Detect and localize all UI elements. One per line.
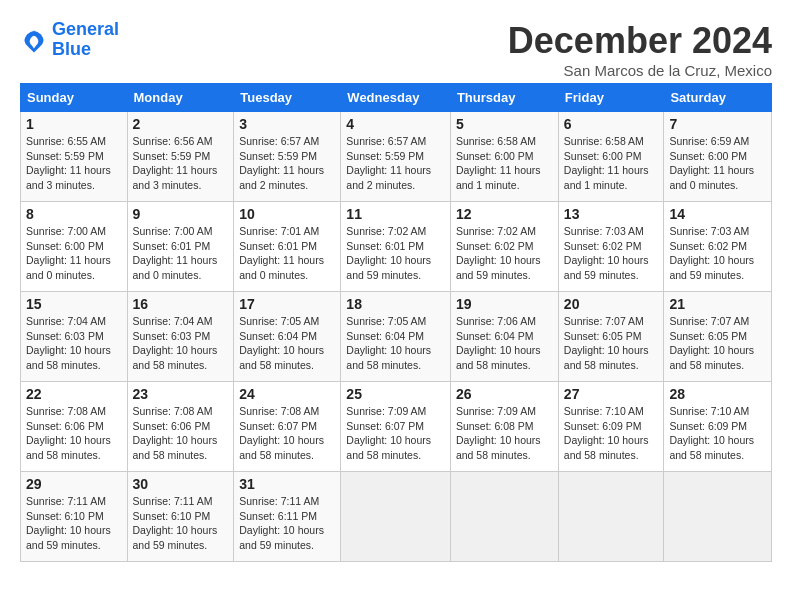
weekday-header-row: SundayMondayTuesdayWednesdayThursdayFrid… (21, 84, 772, 112)
day-number: 4 (346, 116, 445, 132)
day-number: 14 (669, 206, 766, 222)
day-number: 1 (26, 116, 122, 132)
day-number: 20 (564, 296, 659, 312)
calendar-day-28: 28Sunrise: 7:10 AM Sunset: 6:09 PM Dayli… (664, 382, 772, 472)
day-number: 17 (239, 296, 335, 312)
calendar-day-9: 9Sunrise: 7:00 AM Sunset: 6:01 PM Daylig… (127, 202, 234, 292)
calendar-day-10: 10Sunrise: 7:01 AM Sunset: 6:01 PM Dayli… (234, 202, 341, 292)
day-info: Sunrise: 7:11 AM Sunset: 6:11 PM Dayligh… (239, 494, 335, 553)
day-number: 3 (239, 116, 335, 132)
day-number: 27 (564, 386, 659, 402)
calendar-week-1: 1Sunrise: 6:55 AM Sunset: 5:59 PM Daylig… (21, 112, 772, 202)
empty-cell (450, 472, 558, 562)
calendar-day-8: 8Sunrise: 7:00 AM Sunset: 6:00 PM Daylig… (21, 202, 128, 292)
day-number: 8 (26, 206, 122, 222)
calendar-day-5: 5Sunrise: 6:58 AM Sunset: 6:00 PM Daylig… (450, 112, 558, 202)
location-subtitle: San Marcos de la Cruz, Mexico (508, 62, 772, 79)
calendar-day-25: 25Sunrise: 7:09 AM Sunset: 6:07 PM Dayli… (341, 382, 451, 472)
day-number: 22 (26, 386, 122, 402)
day-number: 2 (133, 116, 229, 132)
day-number: 28 (669, 386, 766, 402)
day-number: 25 (346, 386, 445, 402)
day-info: Sunrise: 7:02 AM Sunset: 6:02 PM Dayligh… (456, 224, 553, 283)
title-area: December 2024 San Marcos de la Cruz, Mex… (508, 20, 772, 79)
day-info: Sunrise: 6:57 AM Sunset: 5:59 PM Dayligh… (346, 134, 445, 193)
page-header: General Blue December 2024 San Marcos de… (20, 20, 772, 79)
logo-line1: General (52, 19, 119, 39)
day-info: Sunrise: 7:08 AM Sunset: 6:06 PM Dayligh… (133, 404, 229, 463)
month-title: December 2024 (508, 20, 772, 62)
calendar-day-21: 21Sunrise: 7:07 AM Sunset: 6:05 PM Dayli… (664, 292, 772, 382)
day-info: Sunrise: 7:02 AM Sunset: 6:01 PM Dayligh… (346, 224, 445, 283)
calendar-day-31: 31Sunrise: 7:11 AM Sunset: 6:11 PM Dayli… (234, 472, 341, 562)
day-number: 7 (669, 116, 766, 132)
day-info: Sunrise: 7:04 AM Sunset: 6:03 PM Dayligh… (133, 314, 229, 373)
calendar-day-22: 22Sunrise: 7:08 AM Sunset: 6:06 PM Dayli… (21, 382, 128, 472)
logo-line2: Blue (52, 39, 91, 59)
calendar-day-20: 20Sunrise: 7:07 AM Sunset: 6:05 PM Dayli… (558, 292, 664, 382)
day-info: Sunrise: 7:10 AM Sunset: 6:09 PM Dayligh… (564, 404, 659, 463)
day-number: 21 (669, 296, 766, 312)
empty-cell (341, 472, 451, 562)
calendar-day-11: 11Sunrise: 7:02 AM Sunset: 6:01 PM Dayli… (341, 202, 451, 292)
day-info: Sunrise: 7:11 AM Sunset: 6:10 PM Dayligh… (133, 494, 229, 553)
calendar-day-30: 30Sunrise: 7:11 AM Sunset: 6:10 PM Dayli… (127, 472, 234, 562)
weekday-header-sunday: Sunday (21, 84, 128, 112)
day-number: 15 (26, 296, 122, 312)
calendar-day-23: 23Sunrise: 7:08 AM Sunset: 6:06 PM Dayli… (127, 382, 234, 472)
calendar-day-24: 24Sunrise: 7:08 AM Sunset: 6:07 PM Dayli… (234, 382, 341, 472)
weekday-header-monday: Monday (127, 84, 234, 112)
day-info: Sunrise: 6:58 AM Sunset: 6:00 PM Dayligh… (564, 134, 659, 193)
day-number: 31 (239, 476, 335, 492)
day-info: Sunrise: 7:11 AM Sunset: 6:10 PM Dayligh… (26, 494, 122, 553)
day-info: Sunrise: 7:01 AM Sunset: 6:01 PM Dayligh… (239, 224, 335, 283)
calendar-week-4: 22Sunrise: 7:08 AM Sunset: 6:06 PM Dayli… (21, 382, 772, 472)
day-info: Sunrise: 7:09 AM Sunset: 6:08 PM Dayligh… (456, 404, 553, 463)
day-number: 11 (346, 206, 445, 222)
logo-icon (20, 26, 48, 54)
day-info: Sunrise: 7:00 AM Sunset: 6:00 PM Dayligh… (26, 224, 122, 283)
day-info: Sunrise: 7:03 AM Sunset: 6:02 PM Dayligh… (564, 224, 659, 283)
day-info: Sunrise: 7:05 AM Sunset: 6:04 PM Dayligh… (239, 314, 335, 373)
weekday-header-saturday: Saturday (664, 84, 772, 112)
day-info: Sunrise: 7:07 AM Sunset: 6:05 PM Dayligh… (669, 314, 766, 373)
calendar-week-5: 29Sunrise: 7:11 AM Sunset: 6:10 PM Dayli… (21, 472, 772, 562)
calendar-day-14: 14Sunrise: 7:03 AM Sunset: 6:02 PM Dayli… (664, 202, 772, 292)
calendar-day-29: 29Sunrise: 7:11 AM Sunset: 6:10 PM Dayli… (21, 472, 128, 562)
day-number: 12 (456, 206, 553, 222)
day-number: 19 (456, 296, 553, 312)
weekday-header-tuesday: Tuesday (234, 84, 341, 112)
day-info: Sunrise: 7:06 AM Sunset: 6:04 PM Dayligh… (456, 314, 553, 373)
calendar-day-26: 26Sunrise: 7:09 AM Sunset: 6:08 PM Dayli… (450, 382, 558, 472)
empty-cell (664, 472, 772, 562)
calendar-day-7: 7Sunrise: 6:59 AM Sunset: 6:00 PM Daylig… (664, 112, 772, 202)
calendar-day-19: 19Sunrise: 7:06 AM Sunset: 6:04 PM Dayli… (450, 292, 558, 382)
calendar-day-13: 13Sunrise: 7:03 AM Sunset: 6:02 PM Dayli… (558, 202, 664, 292)
day-number: 30 (133, 476, 229, 492)
calendar-day-27: 27Sunrise: 7:10 AM Sunset: 6:09 PM Dayli… (558, 382, 664, 472)
calendar-day-18: 18Sunrise: 7:05 AM Sunset: 6:04 PM Dayli… (341, 292, 451, 382)
day-info: Sunrise: 7:09 AM Sunset: 6:07 PM Dayligh… (346, 404, 445, 463)
calendar-day-3: 3Sunrise: 6:57 AM Sunset: 5:59 PM Daylig… (234, 112, 341, 202)
day-info: Sunrise: 6:58 AM Sunset: 6:00 PM Dayligh… (456, 134, 553, 193)
day-number: 18 (346, 296, 445, 312)
day-number: 13 (564, 206, 659, 222)
day-info: Sunrise: 7:00 AM Sunset: 6:01 PM Dayligh… (133, 224, 229, 283)
day-number: 9 (133, 206, 229, 222)
calendar-day-12: 12Sunrise: 7:02 AM Sunset: 6:02 PM Dayli… (450, 202, 558, 292)
logo-text: General Blue (52, 20, 119, 60)
day-info: Sunrise: 6:57 AM Sunset: 5:59 PM Dayligh… (239, 134, 335, 193)
calendar-day-2: 2Sunrise: 6:56 AM Sunset: 5:59 PM Daylig… (127, 112, 234, 202)
calendar-table: SundayMondayTuesdayWednesdayThursdayFrid… (20, 83, 772, 562)
day-info: Sunrise: 7:07 AM Sunset: 6:05 PM Dayligh… (564, 314, 659, 373)
day-info: Sunrise: 7:08 AM Sunset: 6:07 PM Dayligh… (239, 404, 335, 463)
day-number: 26 (456, 386, 553, 402)
logo: General Blue (20, 20, 119, 60)
day-info: Sunrise: 6:55 AM Sunset: 5:59 PM Dayligh… (26, 134, 122, 193)
day-info: Sunrise: 7:03 AM Sunset: 6:02 PM Dayligh… (669, 224, 766, 283)
day-info: Sunrise: 7:10 AM Sunset: 6:09 PM Dayligh… (669, 404, 766, 463)
weekday-header-thursday: Thursday (450, 84, 558, 112)
calendar-day-1: 1Sunrise: 6:55 AM Sunset: 5:59 PM Daylig… (21, 112, 128, 202)
calendar-week-3: 15Sunrise: 7:04 AM Sunset: 6:03 PM Dayli… (21, 292, 772, 382)
weekday-header-friday: Friday (558, 84, 664, 112)
